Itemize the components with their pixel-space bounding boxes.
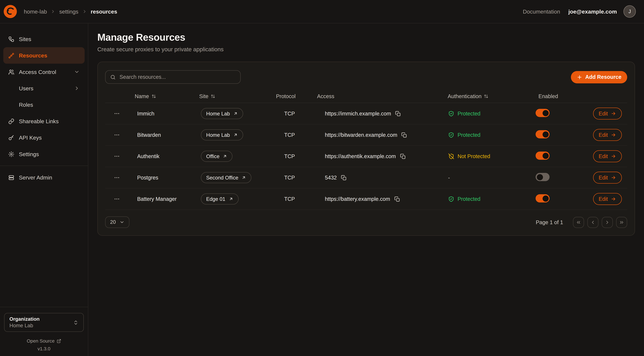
layout-body: Sites Resources Access Control Users Rol…	[0, 23, 644, 356]
enabled-toggle[interactable]	[536, 194, 550, 202]
sidebar-item-server-admin[interactable]: Server Admin	[3, 169, 84, 186]
last-page-button[interactable]	[616, 217, 627, 228]
resources-card: Add Resource Name Site Protocol Acce	[97, 62, 635, 236]
arrow-up-right-icon	[223, 154, 227, 158]
chevrons-up-down-icon	[73, 320, 78, 325]
breadcrumb-section[interactable]: settings	[59, 8, 78, 15]
resources-icon	[8, 52, 14, 58]
shield-off-icon	[448, 153, 454, 159]
organization-selector[interactable]: Organization Home Lab	[4, 313, 84, 332]
avatar[interactable]: J	[624, 5, 636, 18]
sort-icon	[152, 94, 156, 98]
enabled-toggle[interactable]	[536, 152, 550, 160]
chevron-down-icon	[120, 220, 124, 225]
edit-button[interactable]: Edit	[593, 193, 622, 205]
next-page-button[interactable]	[602, 217, 613, 228]
topbar: home-lab settings resources Documentatio…	[0, 0, 644, 23]
row-menu-button[interactable]	[114, 110, 120, 117]
sidebar-item-access-control[interactable]: Access Control	[3, 64, 84, 80]
copy-button[interactable]	[394, 196, 400, 202]
site-link[interactable]: Home Lab	[201, 108, 243, 119]
edit-button[interactable]: Edit	[593, 129, 622, 141]
shield-check-icon	[448, 110, 454, 117]
row-menu-button[interactable]	[114, 174, 120, 181]
sidebar-item-roles[interactable]: Roles	[3, 96, 84, 113]
row-menu-button[interactable]	[114, 132, 120, 138]
toggle-knob	[542, 110, 548, 116]
auth-label: Protected	[458, 132, 480, 138]
sidebar-item-users[interactable]: Users	[3, 80, 84, 96]
chevron-left-icon	[590, 220, 596, 225]
sort-icon	[211, 94, 216, 98]
server-icon	[8, 174, 14, 180]
copy-icon	[341, 175, 347, 180]
sidebar-item-sites[interactable]: Sites	[3, 31, 84, 47]
pangolin-logo-icon[interactable]	[3, 4, 17, 18]
chevron-right-icon	[604, 220, 610, 225]
table-row: Postgres Second Office TCP 5432 - Edit	[105, 167, 627, 188]
row-menu-button[interactable]	[114, 153, 120, 159]
previous-page-button[interactable]	[587, 217, 598, 228]
column-header-enabled: Enabled	[521, 93, 574, 99]
copy-button[interactable]	[341, 175, 347, 180]
resource-name: Immich	[128, 110, 193, 117]
column-header-authentication[interactable]: Authentication	[440, 93, 521, 99]
sidebar-item-label: Users	[19, 85, 34, 92]
edit-button[interactable]: Edit	[593, 150, 622, 162]
column-label: Enabled	[538, 93, 558, 99]
row-menu-button[interactable]	[114, 196, 120, 202]
enabled-toggle[interactable]	[536, 130, 550, 138]
sidebar-item-resources[interactable]: Resources	[3, 47, 84, 64]
column-header-site[interactable]: Site	[193, 93, 276, 99]
resource-name: Battery Manager	[128, 196, 193, 202]
search-input[interactable]	[120, 74, 236, 80]
copy-button[interactable]	[400, 154, 406, 159]
site-link[interactable]: Second Office	[201, 172, 252, 183]
copy-button[interactable]	[402, 132, 407, 138]
page-size-value: 20	[110, 219, 116, 225]
site-link[interactable]: Office	[201, 151, 233, 162]
sidebar-item-label: Sites	[19, 36, 31, 42]
column-label: Name	[135, 93, 149, 99]
edit-label: Edit	[598, 132, 608, 138]
copy-icon	[400, 154, 406, 159]
resource-name: Postgres	[128, 174, 193, 181]
ellipsis-icon	[114, 110, 120, 117]
add-resource-button[interactable]: Add Resource	[571, 71, 627, 83]
enabled-toggle[interactable]	[536, 173, 550, 181]
site-link[interactable]: Edge 01	[201, 194, 238, 204]
page-title: Manage Resources	[97, 32, 635, 43]
table-row: Immich Home Lab TCP https://immich.examp…	[105, 103, 627, 124]
documentation-link[interactable]: Documentation	[523, 8, 560, 15]
edit-button[interactable]: Edit	[593, 172, 622, 184]
page-size-select[interactable]: 20	[105, 216, 129, 228]
edit-button[interactable]: Edit	[593, 108, 622, 120]
user-email[interactable]: joe@example.com	[568, 8, 617, 15]
external-link-icon	[57, 338, 61, 343]
sites-icon	[8, 36, 14, 42]
pagination-right: Page 1 of 1	[536, 217, 627, 228]
copy-icon	[402, 132, 407, 138]
enabled-toggle[interactable]	[536, 109, 550, 117]
app-version: v1.3.0	[4, 346, 84, 351]
sidebar-item-shareable-links[interactable]: Shareable Links	[3, 113, 84, 129]
toolbar: Add Resource	[105, 70, 627, 84]
first-page-button[interactable]	[573, 217, 584, 228]
topbar-right: Documentation joe@example.com J	[523, 5, 636, 18]
pagination-buttons	[573, 217, 627, 228]
sidebar-item-label: Roles	[19, 102, 33, 108]
sidebar-item-settings[interactable]: Settings	[3, 146, 84, 162]
copy-icon	[394, 196, 400, 202]
breadcrumb-org[interactable]: home-lab	[24, 8, 47, 15]
sidebar-item-api-keys[interactable]: API Keys	[3, 130, 84, 146]
copy-button[interactable]	[395, 111, 401, 116]
search-box	[105, 70, 241, 84]
column-header-name[interactable]: Name	[128, 93, 193, 99]
page-subtitle: Create secure proxies to your private ap…	[97, 46, 635, 52]
resource-name: Bitwarden	[128, 132, 193, 138]
edit-label: Edit	[598, 110, 608, 117]
arrow-up-right-icon	[233, 111, 238, 116]
access-url: https://battery.example.com	[325, 196, 390, 202]
open-source-link[interactable]: Open Source	[4, 338, 84, 344]
site-link[interactable]: Home Lab	[201, 130, 243, 140]
